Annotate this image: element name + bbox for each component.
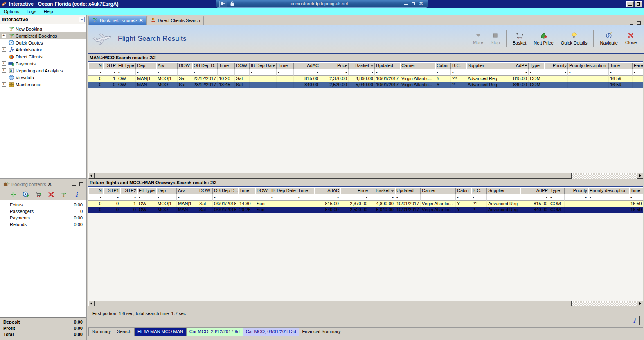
column-header[interactable]: AdAC [314,187,340,194]
filter-cell[interactable]: - [117,69,136,76]
filter-cell[interactable] [238,194,255,201]
column-header[interactable]: STP1 [103,187,120,194]
filter-cell[interactable]: - [294,69,320,76]
filter-cell[interactable]: - [395,194,421,201]
column-header[interactable]: Basket [349,62,375,69]
filter-cell[interactable]: - [456,194,471,201]
filter-cell[interactable]: - [369,194,395,201]
scrollbar-track[interactable] [572,301,637,306]
expand-plus-icon[interactable]: + [0,82,7,87]
filter-cell[interactable]: - [277,69,294,76]
column-header[interactable]: Fare [633,62,643,69]
move-to-basket-button[interactable] [34,190,43,199]
sidebar-item-viewdata[interactable]: Viewdata [0,74,86,81]
filter-cell[interactable] [421,194,456,201]
column-header[interactable]: Cabin [435,62,451,69]
filter-cell[interactable]: - [375,69,400,76]
filter-cell[interactable]: - [156,69,178,76]
column-header[interactable]: Priority [544,62,568,69]
scroll-left-button[interactable] [88,301,95,306]
column-header[interactable]: AdAC [294,62,320,69]
filter-cell[interactable]: - [103,194,120,201]
filter-cell[interactable]: - [529,69,544,76]
delete-button[interactable] [47,190,55,199]
scroll-right-button[interactable] [637,173,643,179]
column-header[interactable]: Time [297,187,314,194]
window-minimize-button[interactable] [626,1,634,7]
filter-cell[interactable]: - [314,194,340,201]
filter-cell[interactable] [400,69,435,76]
filter-cell[interactable] [466,69,500,76]
filter-cell[interactable]: - [349,69,375,76]
column-header[interactable]: Priority description [568,62,609,69]
list-item[interactable]: Extras0.00 [0,202,86,209]
horizontal-scrollbar[interactable] [88,173,643,179]
column-header[interactable]: DOW [198,187,213,194]
sidebar-item-maintenance[interactable]: +Maintenance [0,81,86,88]
tab-flight-segment[interactable]: Flt 6A MAN MCO MAN [135,328,187,336]
filter-cell[interactable]: - [192,69,218,76]
filter-cell[interactable]: - [177,194,198,201]
column-header[interactable]: Updated [375,62,400,69]
column-header[interactable]: AdPP [500,62,529,69]
column-header[interactable]: IB Dep Date [250,62,277,69]
basket-button[interactable]: Basket [509,31,530,46]
column-header[interactable]: Arv [156,62,178,69]
column-header[interactable]: DOW [235,62,250,69]
filter-cell[interactable]: - [435,69,451,76]
tab-booking-contents[interactable]: Booking contents ✕ [1,180,54,189]
quick-details-button[interactable]: Quick Details [558,31,591,46]
sidebar-item-new-booking[interactable]: New Booking [0,25,86,32]
expand-plus-icon[interactable]: + [0,61,7,66]
pin-button[interactable] [219,1,227,7]
menu-options[interactable]: Options [0,9,23,14]
column-header[interactable]: Flt Type [137,187,156,194]
column-header[interactable]: B.C. [451,62,466,69]
column-header[interactable]: Arv [177,187,198,194]
filter-cell[interactable]: - [103,69,117,76]
info-button[interactable]: i [629,316,640,325]
tab-search[interactable]: Search [114,328,135,336]
filter-cell[interactable]: - [520,194,549,201]
filter-cell[interactable]: - [588,194,629,201]
filter-cell[interactable]: - [471,194,487,201]
column-header[interactable]: Carrier [400,62,435,69]
column-header[interactable]: Type [529,62,544,69]
refresh-quote-button[interactable] [22,190,30,199]
expand-plus-icon[interactable]: + [0,34,7,38]
table-row[interactable]: 001OWMCO|1MAN|1Sat06/01/201814:30Sun815.… [88,201,643,207]
list-item[interactable]: Passengers0 [0,209,86,215]
close-icon[interactable]: ✕ [47,181,52,187]
table-row[interactable]: 01OWMAN|1MCO|1Sat23/12/201710:20Sat815.0… [88,76,643,82]
window-restore-button[interactable] [635,1,642,7]
column-header[interactable]: Priority [565,187,588,194]
column-header[interactable]: N [88,187,103,194]
filter-cell[interactable] [235,69,250,76]
filter-cell[interactable]: - [549,194,565,201]
tab-car-2[interactable]: Car MCO; 04/01/2018 3d [243,328,299,336]
filter-cell[interactable]: - [250,69,277,76]
filter-cell[interactable]: - [136,69,156,76]
tab-financial-summary[interactable]: Financial Summary [299,328,344,336]
tab-booking-ref[interactable]: Book. ref.: <none> ✕ [88,16,147,25]
filter-cell[interactable]: - [568,69,609,76]
expand-plus-icon[interactable]: + [0,47,7,52]
rdp-close-button[interactable]: ✕ [419,2,423,6]
rdp-minimize-button[interactable] [404,2,408,5]
table-row[interactable]: 00OWMANMCOSat23/12/201713:45Sat840.002,5… [88,82,643,88]
scrollbar-thumb[interactable] [95,301,572,306]
expand-plus-icon[interactable]: + [0,68,7,73]
column-header[interactable]: Time [238,187,255,194]
column-header[interactable]: Supplier [487,187,520,194]
navigate-button[interactable]: Navigate [597,31,621,46]
rdp-restore-button[interactable] [412,2,415,5]
scroll-right-button[interactable] [637,301,643,306]
sidebar-item-payments[interactable]: +$Payments [0,60,86,67]
pane-maximize-icon[interactable] [79,182,83,186]
sidebar-item-administrator[interactable]: +Administrator [0,46,86,53]
filter-cell[interactable]: - [609,69,633,76]
close-icon[interactable]: ✕ [139,18,143,23]
collapse-panel-button[interactable]: − [79,17,85,22]
tab-direct-clients-search[interactable]: Direct Clients Search [147,16,204,25]
menu-logs[interactable]: Logs [23,9,40,14]
